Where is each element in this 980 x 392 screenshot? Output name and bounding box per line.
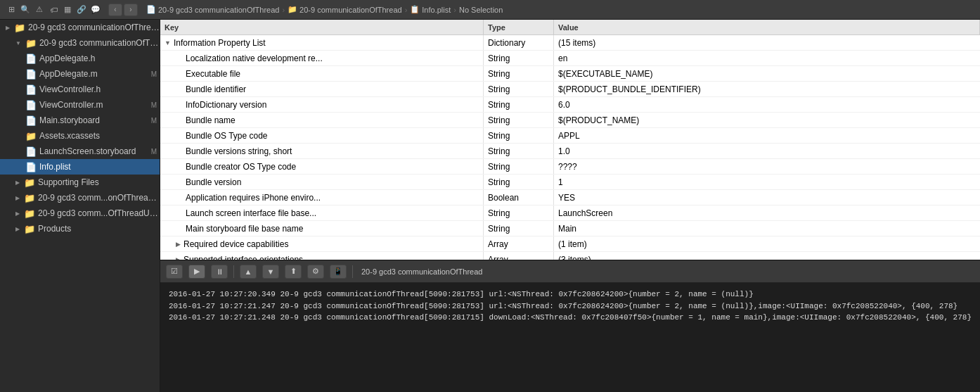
plist-row-6[interactable]: Bundle OS Type code String APPL xyxy=(160,128,980,144)
console-btn-gear[interactable]: ⚙ xyxy=(307,265,324,279)
nav-buttons: ‹ › xyxy=(108,4,138,16)
sidebar-item-info-plist[interactable]: 📄Info.plist xyxy=(0,159,160,175)
cell-type-5: String xyxy=(484,113,554,127)
cell-type-1: String xyxy=(484,51,554,65)
sidebar-item-products[interactable]: ▶📁Products xyxy=(0,221,160,236)
sidebar-item-viewcontroller-m[interactable]: 📄ViewController.mM xyxy=(0,97,160,113)
console-btn-upload[interactable]: ⬆ xyxy=(285,265,302,279)
plist-row-5[interactable]: Bundle name String $(PRODUCT_NAME) xyxy=(160,113,980,128)
tag-icon[interactable]: 🏷 xyxy=(48,4,59,15)
row-key-3: Bundle identifier xyxy=(186,84,246,94)
plist-row-2[interactable]: Executable file String $(EXECUTABLE_NAME… xyxy=(160,66,980,82)
sidebar-item-viewcontroller-h[interactable]: 📄ViewController.h xyxy=(0,82,160,97)
plist-row-10[interactable]: Application requires iPhone enviro... Bo… xyxy=(160,190,980,206)
sidebar-item-appdelegate[interactable]: 📄AppDelegate.h xyxy=(0,51,160,66)
sidebar-label-appdelegate-m: AppDelegate.m xyxy=(39,69,98,79)
sidebar-item-appdelegate-m[interactable]: 📄AppDelegate.mM xyxy=(0,66,160,82)
cell-type-2: String xyxy=(484,66,554,81)
sidebar-item-supporting-files[interactable]: ▶📁Supporting Files xyxy=(0,175,160,190)
row-arrow-0: ▼ xyxy=(165,39,171,46)
row-arrow-13: ▶ xyxy=(176,241,181,248)
sidebar-item-ui-tests[interactable]: ▶📁20-9 gcd3 comm...OfThreadUITests xyxy=(0,206,160,221)
cell-key-7: Bundle versions string, short xyxy=(160,144,484,158)
console-btn-device[interactable]: 📱 xyxy=(330,265,347,279)
cell-value-2: $(EXECUTABLE_NAME) xyxy=(554,66,980,81)
plist-row-12[interactable]: Main storyboard file base name String Ma… xyxy=(160,221,980,236)
console-btn-pause[interactable]: ⏸ xyxy=(211,265,228,279)
sidebar-icon-project-sub: 📁 xyxy=(25,38,37,49)
sidebar-icon-launchscreen: 📄 xyxy=(25,146,37,157)
breadcrumb-item-3: No Selection xyxy=(459,6,503,14)
sidebar-item-launchscreen[interactable]: 📄LaunchScreen.storyboardM xyxy=(0,144,160,159)
console-target-label: 20-9 gcd3 communicationOfThread xyxy=(361,267,482,276)
console-btn-play[interactable]: ▶ xyxy=(188,265,205,279)
cell-type-0: Dictionary xyxy=(484,35,554,50)
sidebar-item-project-root[interactable]: ▶📁20-9 gcd3 communicationOfThread xyxy=(0,20,160,35)
grid-icon[interactable]: ⊞ xyxy=(6,4,17,15)
breadcrumb-sep-2: › xyxy=(453,6,456,14)
plist-icon: 📋 xyxy=(410,5,420,14)
console-btn-up[interactable]: ▲ xyxy=(240,265,257,279)
row-key-8: Bundle creator OS Type code xyxy=(186,162,296,172)
row-key-2: Executable file xyxy=(186,69,240,79)
plist-row-13[interactable]: ▶Required device capabilities Array (1 i… xyxy=(160,236,980,252)
cell-value-9: 1 xyxy=(554,175,980,189)
sidebar-item-project-sub[interactable]: ▼📁20-9 gcd3 communicationOfThread xyxy=(0,35,160,51)
breadcrumb-item-0[interactable]: 📄 20-9 gcd3 communicationOfThread xyxy=(146,5,279,14)
search-icon[interactable]: 🔍 xyxy=(20,4,31,15)
row-key-7: Bundle versions string, short xyxy=(186,146,292,156)
cell-key-3: Bundle identifier xyxy=(160,82,484,96)
breadcrumb-item-2[interactable]: 📋 Info.plist xyxy=(410,5,451,14)
plist-table[interactable]: Key Type Value ▼Information Property Lis… xyxy=(160,20,980,260)
cell-key-1: Localization native development re... xyxy=(160,51,484,65)
cell-value-0: (15 items) xyxy=(554,35,980,50)
row-key-13: Required device capabilities xyxy=(183,239,288,249)
cell-key-6: Bundle OS Type code xyxy=(160,128,484,143)
chat-icon[interactable]: 💬 xyxy=(90,4,101,15)
cell-key-13: ▶Required device capabilities xyxy=(160,236,484,251)
console-btn-down[interactable]: ▼ xyxy=(262,265,279,279)
sidebar-label-project-root: 20-9 gcd3 communicationOfThread xyxy=(28,23,160,32)
sidebar-label-info-plist: Info.plist xyxy=(39,162,71,172)
table-icon[interactable]: ▦ xyxy=(62,4,73,15)
nav-forward-button[interactable]: › xyxy=(124,4,138,16)
plist-row-8[interactable]: Bundle creator OS Type code String ???? xyxy=(160,159,980,175)
link-icon[interactable]: 🔗 xyxy=(76,4,87,15)
warning-icon[interactable]: ⚠ xyxy=(34,4,45,15)
folder-icon-1: 📁 xyxy=(288,5,297,14)
plist-row-7[interactable]: Bundle versions string, short String 1.0 xyxy=(160,144,980,159)
sidebar-icon-viewcontroller-m: 📄 xyxy=(25,100,37,110)
plist-row-14[interactable]: ▶Supported interface orientations Array … xyxy=(160,252,980,260)
plist-row-9[interactable]: Bundle version String 1 xyxy=(160,175,980,190)
sidebar-label-appdelegate: AppDelegate.h xyxy=(39,53,95,63)
sidebar-arrow-products: ▶ xyxy=(15,226,20,232)
cell-key-5: Bundle name xyxy=(160,113,484,127)
row-key-14: Supported interface orientations xyxy=(183,255,303,260)
cell-value-5: $(PRODUCT_NAME) xyxy=(554,113,980,127)
row-key-11: Launch screen interface file base... xyxy=(186,208,316,218)
sidebar-item-assets[interactable]: 📁Assets.xcassets xyxy=(0,128,160,144)
cell-key-4: InfoDictionary version xyxy=(160,97,484,112)
sidebar-badge-appdelegate-m: M xyxy=(151,70,157,78)
plist-row-3[interactable]: Bundle identifier String $(PRODUCT_BUNDL… xyxy=(160,82,980,97)
log-line-1: 2016-01-27 10:27:21.247 20-9 gcd3 commun… xyxy=(169,301,972,312)
breadcrumb-item-1[interactable]: 📁 20-9 communicationOfThread xyxy=(288,5,402,14)
cell-type-14: Array xyxy=(484,252,554,260)
sidebar-icon-products: 📁 xyxy=(24,224,35,234)
sidebar-item-tests[interactable]: ▶📁20-9 gcd3 comm...onOfThreadTests xyxy=(0,190,160,206)
sidebar-label-project-sub: 20-9 gcd3 communicationOfThread xyxy=(39,38,160,48)
cell-type-3: String xyxy=(484,82,554,96)
sidebar-icon-main-storyboard: 📄 xyxy=(25,115,37,126)
console-btn-check[interactable]: ☑ xyxy=(166,265,183,279)
sidebar-label-viewcontroller-m: ViewController.m xyxy=(39,100,103,110)
plist-row-4[interactable]: InfoDictionary version String 6.0 xyxy=(160,97,980,113)
row-key-4: InfoDictionary version xyxy=(186,100,266,110)
plist-row-1[interactable]: Localization native development re... St… xyxy=(160,51,980,66)
cell-key-8: Bundle creator OS Type code xyxy=(160,159,484,174)
plist-row-0[interactable]: ▼Information Property List Dictionary (1… xyxy=(160,35,980,51)
nav-back-button[interactable]: ‹ xyxy=(108,4,122,16)
cell-key-9: Bundle version xyxy=(160,175,484,189)
plist-row-11[interactable]: Launch screen interface file base... Str… xyxy=(160,206,980,221)
top-bar: ⊞ 🔍 ⚠ 🏷 ▦ 🔗 💬 ‹ › 📄 20-9 gcd3 communicat… xyxy=(0,0,980,20)
sidebar-item-main-storyboard[interactable]: 📄Main.storyboardM xyxy=(0,113,160,128)
